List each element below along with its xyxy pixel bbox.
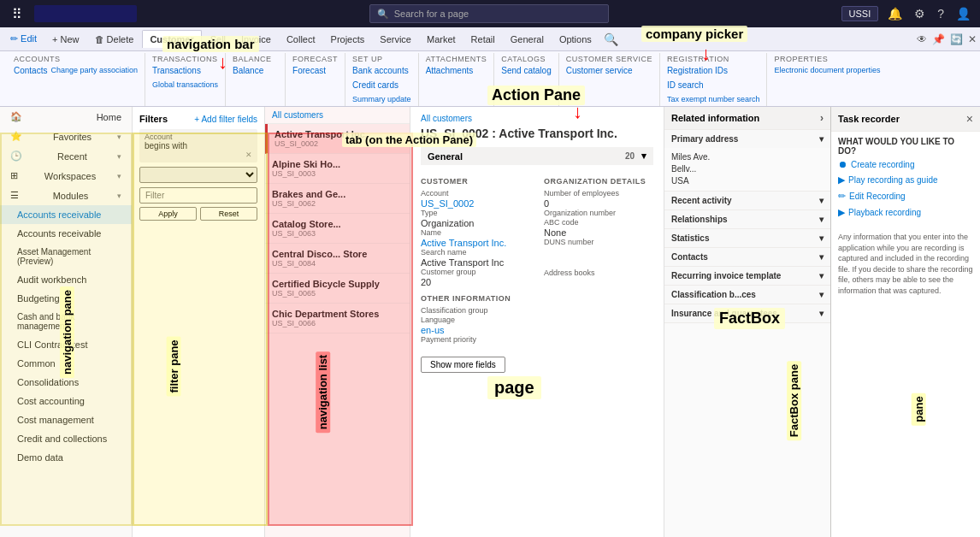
nav-list-item-0[interactable]: Active Transport Inc. US_SI_0002 [265,124,410,154]
factbox-section-header-primary-address[interactable]: Primary address ▾ [664,130,830,148]
general-section-header[interactable]: General 20 ▾ [421,147,653,165]
tab-retail[interactable]: Retail [464,31,502,48]
nav-item-asset-management[interactable]: Asset Management (Preview) [0,243,132,270]
ribbon-send-catalog[interactable]: Send catalog [501,65,551,76]
nav-list-item-2[interactable]: Brakes and Ge... US_SI_0062 [265,184,410,214]
ribbon-credit-cards[interactable]: Credit cards [352,80,411,91]
tab-edit[interactable]: ✏ Edit [3,30,44,48]
search-action-icon[interactable]: 🔍 [604,32,618,46]
factbox-section-header-insurance[interactable]: Insurance and guarantees ▾ [664,304,830,322]
ribbon-electronic-doc[interactable]: Electronic document properties [774,65,880,75]
factbox-section-header-contacts[interactable]: Contacts ▾ [664,248,830,266]
tab-market[interactable]: Market [420,31,463,48]
search-bar[interactable]: 🔍 Search for a page [369,4,609,23]
ribbon-group-transactions-title: TRANSACTIONS [152,55,218,63]
ribbon-global-transactions[interactable]: Global transactions [152,80,218,90]
ribbon-forecast[interactable]: Forecast [292,65,326,76]
tab-projects[interactable]: Projects [324,31,372,48]
help-icon[interactable]: ? [935,7,947,21]
pin-icon[interactable]: 📌 [932,33,945,45]
filter-apply-button[interactable]: Apply [139,207,197,221]
nav-item-cash-bank[interactable]: Cash and bank management [0,308,132,335]
view-icon[interactable]: 👁 [917,33,927,45]
ribbon-registration-ids[interactable]: Registration IDs [667,65,760,76]
factbox-section-header-statistics[interactable]: Statistics ▾ [664,229,830,247]
nav-item-common[interactable]: Common [0,354,132,373]
task-recorder-edit[interactable]: ✏ Edit Recording [838,191,973,202]
nav-item-cli[interactable]: CLI Contract test [0,335,132,354]
nav-list-breadcrumb[interactable]: All customers [265,107,410,124]
form-field-account: Account US_SI_0002 [421,189,530,209]
nav-item-accounts-receivable[interactable]: Accounts receivable [0,205,132,224]
nav-item-budgeting[interactable]: Budgeting [0,289,132,308]
nav-item-accounts-receivable-2[interactable]: Accounts receivable [0,224,132,243]
tab-new[interactable]: + New [45,31,86,48]
ribbon-bank-accounts[interactable]: Bank accounts [352,65,411,76]
tab-delete[interactable]: 🗑 Delete [88,31,141,48]
ribbon-contacts[interactable]: Contacts [14,65,47,76]
form-grid: CUSTOMER Account US_SI_0002 Type Organiz… [421,170,653,345]
ribbon-transactions[interactable]: Transactions [152,65,218,76]
nav-item-workspaces[interactable]: ⊞ Workspaces ▾ [0,166,132,186]
refresh-icon[interactable]: 🔄 [950,33,963,45]
ribbon-group-setup-title: SET UP [352,55,382,63]
nav-list-item-6[interactable]: Chic Department Stores US_SI_0066 [265,304,410,333]
nav-item-home[interactable]: 🏠 Home [0,107,132,127]
workspaces-icon: ⊞ [10,170,18,181]
nav-item-favorites[interactable]: ⭐ Favorites ▾ [0,127,132,146]
form-language-value[interactable]: en-us [421,325,530,335]
company-picker[interactable]: USSI [841,6,879,21]
tab-sell[interactable]: Sell [204,31,233,48]
ribbon-customer-service[interactable]: Customer service [566,65,633,76]
page-breadcrumb[interactable]: All customers [421,114,653,123]
ribbon-change-party[interactable]: Change party association [50,65,138,76]
nav-item-cost-management[interactable]: Cost management [0,410,132,429]
task-recorder-create-recording[interactable]: ⏺ Create recording [838,159,973,169]
general-section-chevron: ▾ [641,150,646,162]
ribbon-tax-exempt-search[interactable]: Tax exempt number search [667,94,760,104]
ribbon-summary-update[interactable]: Summary update [352,94,411,104]
nav-item-credit[interactable]: Credit and collections [0,429,132,448]
tab-service[interactable]: Service [373,31,418,48]
nav-list-item-1[interactable]: Alpine Ski Ho... US_SI_0003 [265,154,410,184]
nav-item-recent[interactable]: 🕒 Recent ▾ [0,146,132,166]
ribbon-attachments[interactable]: Attachments [426,65,474,76]
tab-options[interactable]: Options [552,31,599,48]
filter-search-input[interactable] [139,187,257,204]
waffle-icon[interactable]: ⠿ [7,3,27,24]
tab-general[interactable]: General [504,31,551,48]
nav-item-modules[interactable]: ☰ Modules ▾ [0,186,132,205]
notification-icon[interactable]: 🔔 [885,7,905,21]
factbox-section-header-recurring-invoice[interactable]: Recurring invoice template ▾ [664,267,830,285]
filter-add-button[interactable]: + Add filter fields [194,115,257,124]
nav-list-item-4[interactable]: Central Disco... Store US_SI_0084 [265,244,410,274]
nav-item-cost-accounting[interactable]: Cost accounting [0,392,132,410]
nav-item-consolidations[interactable]: Consolidations [0,373,132,392]
nav-item-audit[interactable]: Audit workbench [0,270,132,289]
show-more-button[interactable]: Show more fields [421,357,505,373]
settings-icon[interactable]: ⚙ [912,7,928,21]
factbox-section-header-relationships[interactable]: Relationships ▾ [664,210,830,228]
filter-reset-button[interactable]: Reset [200,207,257,221]
close-page-icon[interactable]: ✕ [968,33,977,45]
tab-invoice[interactable]: Invoice [234,31,278,48]
ribbon-id-search[interactable]: ID search [667,80,760,91]
form-account-value[interactable]: US_SI_0002 [421,198,530,209]
tab-collect[interactable]: Collect [280,31,322,48]
nav-list-item-5[interactable]: Certified Bicycle Supply US_SI_0065 [265,274,410,304]
factbox-section-header-recent-activity[interactable]: Recent activity ▾ [664,192,830,209]
task-recorder-close-button[interactable]: × [966,112,973,126]
factbox-section-header-classification[interactable]: Classification b...ces ▾ [664,286,830,304]
nav-list-item-3[interactable]: Catalog Store... US_SI_0063 [265,214,410,244]
filter-select[interactable] [139,167,257,183]
user-icon[interactable]: 👤 [953,7,973,21]
tab-customer[interactable]: Customer [142,30,201,48]
ribbon-balance[interactable]: Balance [233,65,263,76]
form-name-value[interactable]: Active Transport Inc. [421,238,530,248]
task-recorder-playback[interactable]: ▶ Playback recording [838,207,973,218]
factbox-expand-icon[interactable]: › [820,112,824,124]
filter-field-close[interactable]: ✕ [145,150,252,159]
nav-item-demo[interactable]: Demo data [0,448,132,467]
task-recorder-play-guide[interactable]: ▶ Play recording as guide [838,174,973,186]
record-icon: ⏺ [838,159,847,169]
